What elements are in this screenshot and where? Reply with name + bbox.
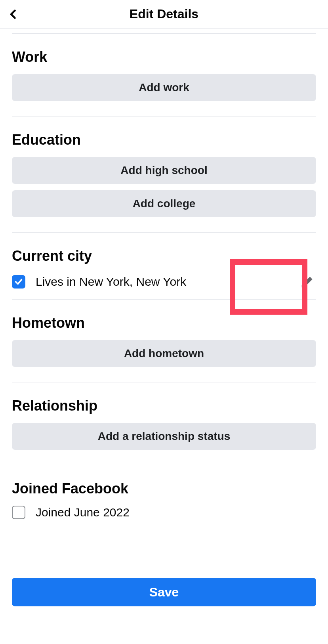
add-relationship-button[interactable]: Add a relationship status bbox=[12, 423, 316, 450]
section-title-education: Education bbox=[12, 132, 316, 148]
section-title-current-city: Current city bbox=[12, 248, 316, 264]
add-hometown-button[interactable]: Add hometown bbox=[12, 340, 316, 367]
joined-facebook-row: Joined June 2022 bbox=[12, 506, 316, 519]
section-title-work: Work bbox=[12, 49, 316, 65]
chevron-left-icon bbox=[8, 9, 19, 20]
joined-facebook-checkbox[interactable] bbox=[12, 506, 25, 519]
divider bbox=[12, 382, 316, 382]
back-button[interactable] bbox=[8, 9, 19, 20]
section-title-relationship: Relationship bbox=[12, 397, 316, 414]
page-title: Edit Details bbox=[8, 7, 320, 21]
content: Work Add work Education Add high school … bbox=[0, 33, 328, 519]
current-city-checkbox[interactable] bbox=[12, 275, 25, 289]
divider bbox=[12, 465, 316, 465]
pencil-icon bbox=[300, 274, 315, 289]
divider bbox=[12, 232, 316, 233]
footer: Save bbox=[0, 569, 328, 644]
check-icon bbox=[14, 277, 23, 286]
header: Edit Details bbox=[0, 0, 328, 29]
current-city-row: Lives in New York, New York bbox=[12, 273, 316, 290]
joined-facebook-label: Joined June 2022 bbox=[36, 506, 316, 519]
save-button[interactable]: Save bbox=[12, 578, 316, 606]
divider bbox=[12, 116, 316, 117]
section-title-joined-facebook: Joined Facebook bbox=[12, 480, 316, 497]
divider bbox=[12, 299, 316, 300]
top-divider bbox=[12, 33, 316, 34]
edit-current-city-button[interactable] bbox=[299, 273, 316, 290]
add-work-button[interactable]: Add work bbox=[12, 74, 316, 101]
add-college-button[interactable]: Add college bbox=[12, 190, 316, 217]
section-title-hometown: Hometown bbox=[12, 315, 316, 331]
add-high-school-button[interactable]: Add high school bbox=[12, 157, 316, 184]
current-city-label: Lives in New York, New York bbox=[36, 275, 288, 289]
